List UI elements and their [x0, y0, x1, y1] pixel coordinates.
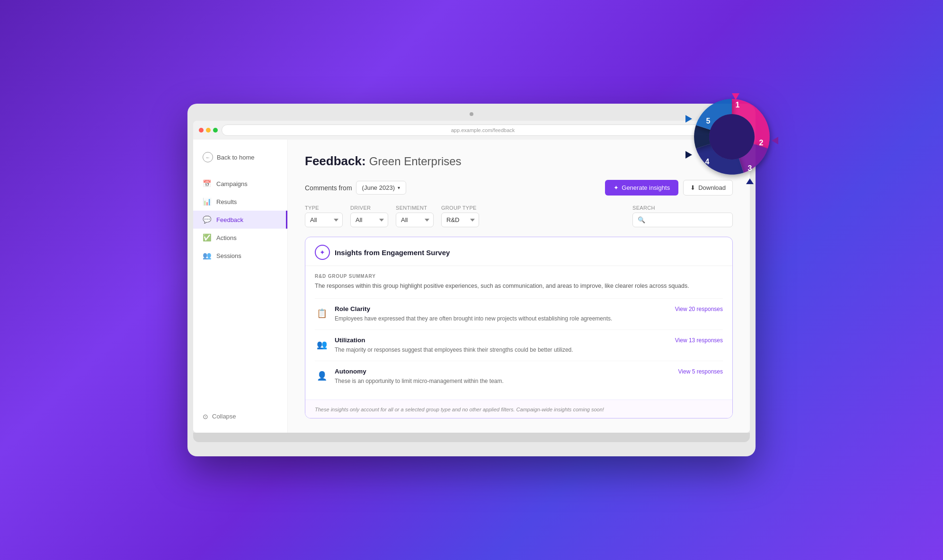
search-group: Search 🔍	[632, 205, 733, 227]
browser-maximize-dot[interactable]	[213, 128, 218, 133]
group-type-filter-select[interactable]: R&D	[441, 213, 479, 227]
address-text: app.example.com/feedback	[451, 127, 515, 133]
comments-bar: Comments from (June 2023) ▾ ✦ Generate i…	[305, 180, 733, 196]
insight-item-role-clarity-title-row: Role Clarity View 20 responses	[335, 305, 723, 312]
insight-item-autonomy-title: Autonomy	[335, 368, 366, 375]
group-type-filter-group: Group Type R&D	[441, 205, 479, 227]
insights-footer-text: These insights only account for all or a…	[315, 407, 604, 412]
sparkle-icon: ✦	[614, 184, 619, 191]
date-selector-value: (June 2023)	[362, 184, 395, 191]
group-type-filter-label: Group Type	[441, 205, 479, 211]
results-icon: 📊	[203, 197, 212, 206]
insight-item-autonomy-link[interactable]: View 5 responses	[678, 368, 723, 375]
donut-label-2: 2	[759, 139, 764, 147]
sidebar-nav: 📅 Campaigns 📊 Results 💬 Feedback ✅ Actio…	[193, 175, 287, 408]
sidebar-item-feedback[interactable]: 💬 Feedback	[193, 211, 287, 229]
insight-item-role-clarity-content: Role Clarity View 20 responses Employees…	[335, 305, 723, 323]
back-arrow-icon: ←	[203, 152, 213, 162]
search-icon: 🔍	[638, 216, 645, 223]
generate-insights-label: Generate insights	[622, 184, 670, 191]
donut-arrow-1	[732, 93, 739, 100]
insight-item-utilization-link[interactable]: View 13 responses	[675, 337, 723, 344]
insights-card: ✦ Insights from Engagement Survey R&D GR…	[305, 237, 733, 418]
collapse-button[interactable]: ⊙ Collapse	[193, 408, 287, 425]
browser-minimize-dot[interactable]	[206, 128, 211, 133]
browser-close-dot[interactable]	[199, 128, 204, 133]
role-clarity-icon: 📋	[315, 306, 329, 320]
date-selector[interactable]: (June 2023) ▾	[356, 181, 406, 195]
sessions-icon: 👥	[203, 251, 212, 260]
feedback-icon: 💬	[203, 215, 212, 224]
donut-label-1: 1	[736, 101, 740, 109]
type-filter-label: Type	[305, 205, 343, 211]
sentiment-filter-group: Sentiment All	[396, 205, 434, 227]
group-summary-text: The responses within this group highligh…	[315, 282, 723, 291]
generate-insights-button[interactable]: ✦ Generate insights	[605, 180, 678, 196]
sentiment-filter-label: Sentiment	[396, 205, 434, 211]
driver-filter-select[interactable]: All	[350, 213, 388, 227]
driver-filter-label: Driver	[350, 205, 388, 211]
donut-arrow-2	[772, 137, 778, 144]
sentiment-filter-select[interactable]: All	[396, 213, 434, 227]
actions-icon: ✅	[203, 233, 212, 242]
autonomy-icon: 👤	[315, 369, 329, 383]
back-to-home-label: Back to home	[217, 154, 255, 161]
campaigns-icon: 📅	[203, 179, 212, 188]
insight-item-autonomy-title-row: Autonomy View 5 responses	[335, 368, 723, 375]
download-icon: ⬇	[690, 184, 695, 191]
comments-actions: ✦ Generate insights ⬇ Download	[605, 180, 733, 196]
sidebar: ← Back to home 📅 Campaigns 📊 Results 💬 F…	[193, 140, 288, 433]
insight-item-autonomy-desc: These is an opportunity to limit micro-m…	[335, 377, 723, 385]
type-filter-group: Type All	[305, 205, 343, 227]
sidebar-item-sessions[interactable]: 👥 Sessions	[193, 247, 287, 265]
insight-item-utilization: 👥 Utilization View 13 responses The majo…	[315, 329, 723, 361]
sidebar-item-results-label: Results	[216, 198, 237, 205]
collapse-icon: ⊙	[203, 413, 208, 420]
insight-item-utilization-content: Utilization View 13 responses The majori…	[335, 337, 723, 354]
main-content: Feedback: Green Enterprises Comments fro…	[288, 140, 750, 433]
comments-from-label: Comments from	[305, 184, 352, 192]
insight-item-autonomy: 👤 Autonomy View 5 responses These is an …	[315, 361, 723, 392]
download-button[interactable]: ⬇ Download	[683, 180, 733, 196]
insight-item-role-clarity: 📋 Role Clarity View 20 responses Employe…	[315, 298, 723, 329]
insight-item-utilization-title-row: Utilization View 13 responses	[335, 337, 723, 344]
page-title-text: Feedback:	[305, 154, 366, 168]
search-input[interactable]	[648, 216, 728, 223]
insights-card-body: R&D GROUP SUMMARY The responses within t…	[305, 266, 732, 400]
sidebar-item-sessions-label: Sessions	[216, 252, 241, 259]
page-title: Feedback: Green Enterprises	[305, 154, 733, 169]
sidebar-item-actions-label: Actions	[216, 234, 237, 241]
insight-item-autonomy-content: Autonomy View 5 responses These is an op…	[335, 368, 723, 385]
insights-icon: ✦	[315, 245, 330, 260]
search-input-wrap: 🔍	[632, 213, 733, 227]
filters-row: Type All Driver All Sentiment	[305, 205, 733, 227]
address-bar[interactable]: app.example.com/feedback	[222, 124, 744, 136]
comments-from-section: Comments from (June 2023) ▾	[305, 181, 406, 195]
sidebar-item-feedback-label: Feedback	[216, 216, 243, 223]
chevron-down-icon: ▾	[398, 185, 400, 190]
driver-filter-group: Driver All	[350, 205, 388, 227]
insight-item-role-clarity-title: Role Clarity	[335, 305, 370, 312]
company-name: Green Enterprises	[369, 155, 462, 168]
sidebar-item-actions[interactable]: ✅ Actions	[193, 229, 287, 247]
insights-card-footer: These insights only account for all or a…	[305, 400, 732, 418]
type-filter-select[interactable]: All	[305, 213, 343, 227]
sidebar-item-campaigns[interactable]: 📅 Campaigns	[193, 175, 287, 193]
app-container: ← Back to home 📅 Campaigns 📊 Results 💬 F…	[193, 140, 750, 433]
insights-card-header: ✦ Insights from Engagement Survey	[305, 237, 732, 266]
insight-item-role-clarity-desc: Employees have expressed that they are o…	[335, 314, 723, 323]
insight-item-utilization-title: Utilization	[335, 337, 365, 344]
group-summary-label: R&D GROUP SUMMARY	[315, 274, 723, 279]
browser-chrome: app.example.com/feedback	[193, 121, 750, 140]
sidebar-item-campaigns-label: Campaigns	[216, 180, 248, 187]
collapse-label: Collapse	[212, 413, 236, 420]
insights-card-title: Insights from Engagement Survey	[335, 249, 450, 257]
download-label: Download	[698, 184, 726, 191]
back-to-home-button[interactable]: ← Back to home	[193, 147, 287, 167]
sidebar-item-results[interactable]: 📊 Results	[193, 193, 287, 211]
laptop-bottom-bar	[193, 433, 750, 442]
insight-item-utilization-desc: The majority or responses suggest that e…	[335, 346, 723, 354]
search-label: Search	[632, 205, 733, 211]
insight-item-role-clarity-link[interactable]: View 20 responses	[675, 306, 723, 312]
utilization-icon: 👥	[315, 338, 329, 352]
